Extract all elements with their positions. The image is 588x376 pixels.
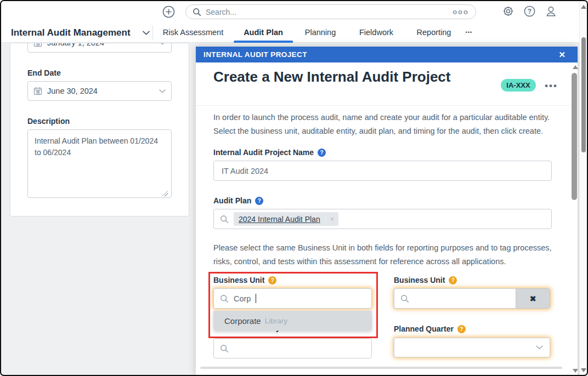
chevron-down-icon [536,345,543,350]
global-search[interactable]: ooo [185,4,476,19]
search-input[interactable] [206,8,453,16]
modal-header: INTERNAL AUDIT PROJECT ✕ [196,47,578,62]
option-secondary-text: Library [265,317,287,325]
description-textarea[interactable]: Internal Audit Plan between 01/2024 to 0… [27,129,172,198]
chevron-down-icon [143,31,150,35]
project-name-label-row: Internal Audit Project Name [213,148,326,157]
audit-plan-tag: 2024 Internal Audit Plan × [234,212,338,226]
internal-audit-project-modal: INTERNAL AUDIT PROJECT ✕ Create a New In… [196,47,578,376]
end-date-value: June 30, 2024 [47,87,98,95]
business-unit-right-field-group: ✖ [394,288,550,309]
help-icon[interactable] [449,276,457,284]
modal-intro-text: In order to launch the process audit, na… [213,111,556,138]
audit-plan-label-row: Audit Plan [213,196,263,205]
gear-icon [502,5,514,18]
modal-header-title: INTERNAL AUDIT PROJECT [203,50,307,59]
business-unit-option-corporate[interactable]: Corporate Library [213,311,372,331]
calendar-icon [33,43,42,47]
more-actions-icon[interactable]: ••• [545,81,558,92]
search-icon [193,8,201,16]
tab-planning[interactable]: Planning [305,23,336,43]
planned-quarter-select[interactable] [394,338,550,357]
project-name-label: Internal Audit Project Name [213,148,314,157]
start-date-value: January 1, 2024 [47,43,104,47]
search-icon [400,294,409,303]
plus-circle-icon [162,5,175,18]
tab-audit-plan[interactable]: Audit Plan [244,23,283,43]
description-label: Description [27,117,70,126]
audit-plan-form-panel: January 1, 2024 End Date June 30, 2024 D… [10,43,189,217]
help-icon[interactable] [255,197,263,205]
planned-quarter-label-row: Planned Quarter [394,324,466,333]
end-date-label: End Date [27,69,61,77]
app-title: Internal Audit Management [11,27,131,38]
project-id-badge: IA-XXX [501,79,536,92]
business-unit-query-text: Corp [234,294,251,303]
end-date-field[interactable]: June 30, 2024 [27,81,172,101]
tab-fieldwork[interactable]: Fieldwork [359,23,393,43]
top-bar: ooo ? [0,0,579,23]
calendar-icon [33,87,42,95]
user-menu-button[interactable] [545,5,557,18]
modal-title: Create a New Internal Audit Project [213,69,450,86]
modal-scroll-up-icon[interactable] [573,65,578,69]
business-unit-left-label-row: Business Unit [213,276,276,284]
quick-add-button[interactable] [162,5,175,18]
business-unit-right-label: Business Unit [394,276,445,284]
chevron-down-icon [159,43,166,45]
business-unit-right-search-field[interactable] [394,288,516,309]
start-date-field[interactable]: January 1, 2024 [27,43,172,53]
business-unit-left-search-field[interactable]: Corp [213,288,372,309]
nav-bar: Internal Audit Management Risk Assessmen… [0,23,579,43]
app-switcher[interactable]: Internal Audit Management [11,23,150,43]
tab-risk-assessment[interactable]: Risk Assessment [163,23,223,43]
page-scroll-down-icon[interactable] [581,368,586,372]
svg-text:?: ? [528,8,532,15]
page-scroll-up-icon[interactable] [581,5,586,9]
text-cursor [256,294,256,303]
planned-quarter-label: Planned Quarter [394,324,454,333]
search-options-icon[interactable]: ooo [453,8,469,15]
search-icon [220,294,229,303]
page-scrollbar [579,1,587,375]
tab-reporting[interactable]: Reporting [417,23,451,43]
audit-plan-select-field[interactable]: 2024 Internal Audit Plan × [213,209,552,229]
audit-plan-label: Audit Plan [213,196,251,205]
help-icon[interactable] [268,276,276,284]
option-primary-text: Corporate [224,316,261,326]
modal-scrollbar-thumb[interactable] [572,73,577,200]
help-button[interactable]: ? [523,5,536,18]
nav-divider [152,25,153,41]
audit-plan-tag-link[interactable]: 2024 Internal Audit Plan [234,212,325,226]
title-divider [196,105,571,106]
page-scrollbar-thumb[interactable] [581,37,586,152]
modal-scroll-down-icon[interactable] [573,369,578,373]
tab-more[interactable]: ••• [466,23,472,43]
close-icon[interactable]: ✕ [558,50,566,59]
remove-tag-icon[interactable]: × [325,212,339,226]
modal-horizontal-scrollbar-thumb[interactable] [200,367,562,369]
project-name-input[interactable] [213,161,552,181]
help-icon[interactable] [457,325,466,333]
question-circle-icon: ? [523,5,536,18]
clear-icon: ✖ [530,294,536,303]
business-unit-right-label-row: Business Unit [394,276,457,284]
help-icon[interactable] [318,149,326,157]
business-unit-left-label: Business Unit [213,276,264,284]
chevron-down-icon [159,89,166,93]
user-icon [545,5,557,18]
business-unit-note-text: Please select the same Business Unit in … [213,241,556,269]
search-icon [220,344,229,353]
app-screen: ooo ? [0,0,588,376]
auditable-entity-search-field[interactable] [213,338,372,358]
settings-button[interactable] [502,5,514,18]
search-icon [220,215,229,224]
clear-button[interactable]: ✖ [516,288,550,309]
